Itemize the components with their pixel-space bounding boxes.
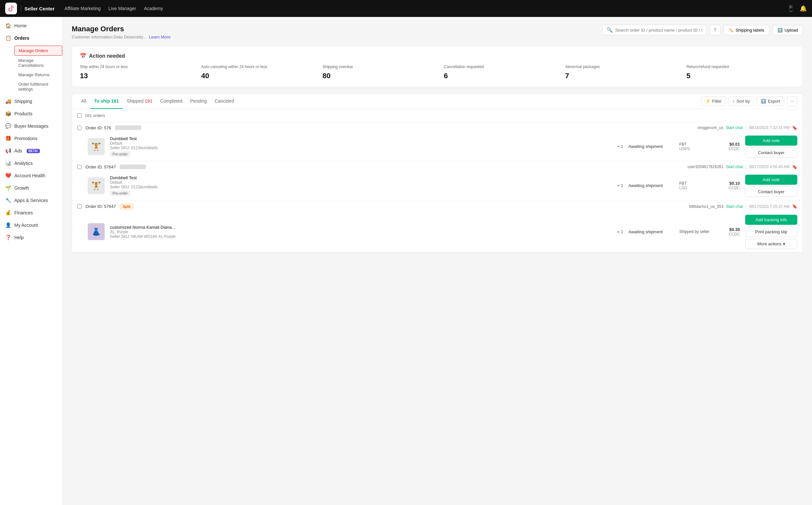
sidebar-item-ads[interactable]: 📢 Ads BETA! [0,145,62,157]
metric-shipping-overdue[interactable]: Shipping overdue 80 [323,64,431,80]
sidebar-item-home[interactable]: 🏠 Home [0,20,62,32]
sidebar-item-account-health[interactable]: ❤️ Account Health [0,169,62,182]
order-1-start-chat[interactable]: Start chat [726,126,742,130]
sidebar-item-my-account[interactable]: 👤 My Account [0,219,62,231]
tab-pending[interactable]: Pending [186,94,211,109]
sidebar-item-manage-orders[interactable]: Manage Orders [14,46,62,56]
page-title: Manage Orders [72,25,170,33]
tab-shipped[interactable]: Shipped 191 [123,94,156,109]
upload-button[interactable]: ⬆️ Upload [773,25,803,35]
sidebar-label-orders: Orders [14,35,29,41]
order-3-checkbox[interactable] [77,204,82,208]
finances-icon: 💰 [5,210,11,216]
order-3-start-chat[interactable]: Start chat [726,204,742,209]
sidebar-item-order-fulfillment[interactable]: Order fulfillment settings [14,79,62,94]
academy-link[interactable]: Academy [144,6,163,11]
sidebar-item-finances[interactable]: 💰 Finances [0,206,62,219]
order-2-add-note-button[interactable]: Add note [745,175,797,185]
order-1-contact-buyer-button[interactable]: Contact buyer [745,148,797,158]
select-all-checkbox[interactable] [77,113,82,118]
sort-icon: ↕ [733,99,735,104]
tab-canceled[interactable]: Canceled [211,94,238,109]
sidebar-item-shipping[interactable]: 🚚 Shipping [0,95,62,108]
metric-abnormal-packages[interactable]: Abnormal packages 7 [565,64,673,80]
sidebar-item-apps-services[interactable]: 🔧 Apps & Services [0,194,62,206]
bookmark-icon-1[interactable]: 🔖 [792,126,797,130]
bookmark-icon-3[interactable]: 🔖 [792,204,797,209]
order-meta-3: Order ID: 57647 Split tt88dachu1_us_553 … [72,200,803,211]
metric-ship-24h[interactable]: Ship within 24 hours or less 13 [80,64,188,80]
sidebar-item-help[interactable]: ❓ Help [0,231,62,244]
sidebar-label-promotions: Promotions [14,136,37,141]
order-1-add-note-button[interactable]: Add note [745,136,797,146]
bookmark-icon-2[interactable]: 🔖 [792,165,797,169]
beta-badge: BETA! [27,149,40,153]
order-2-start-chat[interactable]: Start chat [726,165,742,169]
order-3-print-packing-button[interactable]: Print packing slip [745,227,797,237]
sidebar-item-buyer-messages[interactable]: 💬 Buyer Messages [0,120,62,132]
order-3-more-actions-button[interactable]: More actions ▾ [745,239,797,249]
search-box[interactable]: 🔍 [602,25,707,35]
tab-all[interactable]: All [77,94,90,109]
order-2-payment: CCDC [717,186,740,190]
sort-by-button[interactable]: ↕ Sort by [728,97,754,106]
order-2-product-variant: Default [110,180,612,185]
order-2-product-sku: Seller SKU: 0123dumbbells [110,185,612,189]
sidebar-item-promotions[interactable]: 🎁 Promotions [0,132,62,145]
search-input[interactable] [615,28,702,33]
live-manager-link[interactable]: Live Manager [109,6,136,11]
chevron-down-icon: ▾ [783,241,785,246]
products-icon: 📦 [5,111,11,117]
order-3-add-tracking-button[interactable]: Add tracking info [745,215,797,225]
order-3-item: 👗 customized Norma Kamali Diana... XL, P… [72,211,803,252]
order-2-contact-buyer-button[interactable]: Contact buyer [745,187,797,197]
order-1-product-variant: Default [110,141,612,146]
filter-button[interactable]: ⚡ Filter [701,97,726,106]
export-button[interactable]: ⬆️ Export [757,97,784,106]
tab-completed[interactable]: Completed [156,94,186,109]
home-icon: 🏠 [5,23,11,29]
affiliate-marketing-link[interactable]: Affiliate Marketing [65,6,101,11]
order-1-product-sku: Seller SKU: 0123dumbbells [110,146,612,150]
bell-icon[interactable]: 🔔 [800,5,807,12]
shipping-labels-label: Shipping labels [736,28,765,33]
sidebar: 🏠 Home 📋 Orders Manage Orders Manage Can… [0,17,63,505]
order-1-price: $0.01 [717,142,740,147]
order-2-pre-order-badge: Pre-order [110,191,130,196]
sidebar-label-shipping: Shipping [14,99,32,104]
help-button[interactable]: ? [710,25,720,35]
account-health-icon: ❤️ [5,173,11,179]
order-3-qty: × 1 [617,229,623,234]
shipping-labels-button[interactable]: 🏷️ Shipping labels [724,25,769,35]
learn-more-link[interactable]: Learn More [149,34,170,39]
search-icon: 🔍 [606,27,613,33]
sidebar-item-analytics[interactable]: 📊 Analytics [0,157,62,169]
sidebar-item-products[interactable]: 📦 Products [0,108,62,120]
sidebar-item-orders[interactable]: 📋 Orders [0,32,62,44]
logo[interactable]: Seller Center [5,3,55,14]
metric-label-5: Return/refund requested [686,64,795,70]
metric-label-4: Abnormal packages [565,64,673,70]
metric-label-0: Ship within 24 hours or less [80,64,188,70]
metric-return-refund[interactable]: Return/refund requested 5 [686,64,795,80]
sidebar-label-account-health: Account Health [14,173,45,178]
sidebar-item-manage-returns[interactable]: Manage Returns [14,70,62,79]
export-icon: ⬆️ [761,99,766,104]
order-3-date: 08/17/2023 7:25:37 AM [749,204,790,209]
order-1-payment: CCDC [717,147,740,151]
phone-icon[interactable]: 📱 [787,5,794,12]
order-2-price: $0.10 [717,181,740,186]
sidebar-item-growth[interactable]: 🌱 Growth [0,182,62,194]
calendar-icon: 📅 [80,53,87,59]
metric-auto-cancel[interactable]: Auto-canceling within 24 hours or less 4… [201,64,310,80]
tab-to-ship[interactable]: To ship 181 [90,94,123,109]
order-1-checkbox[interactable] [77,126,82,130]
tabs-more-button[interactable]: ··· [787,96,797,107]
sidebar-item-manage-cancellations[interactable]: Manage Cancellations [14,56,62,70]
metric-cancellation-requested[interactable]: Cancellation requested 6 [444,64,552,80]
sidebar-label-growth: Growth [14,185,29,191]
orders-icon: 📋 [5,35,11,41]
order-2-checkbox[interactable] [77,165,82,169]
order-2-shipping: FBT [679,181,712,186]
ads-icon: 📢 [5,148,11,154]
